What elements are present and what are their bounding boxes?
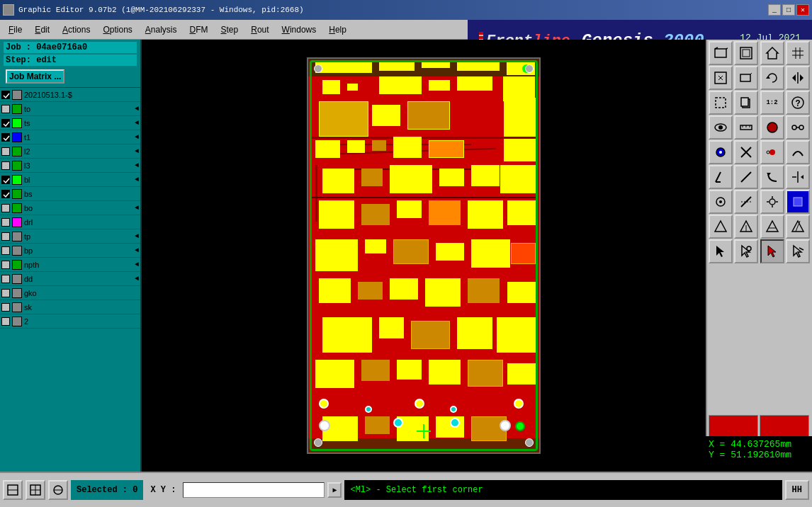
layer-row[interactable]: l3◄: [0, 159, 140, 173]
tool-mirror[interactable]: [786, 66, 810, 90]
tool-nodes[interactable]: [786, 115, 810, 139]
status-btn-2[interactable]: [26, 480, 45, 500]
layer-row[interactable]: bl◄: [0, 173, 140, 187]
menu-dfm[interactable]: DFM: [184, 23, 214, 36]
minimize-button[interactable]: _: [768, 4, 781, 16]
layer-row[interactable]: bs: [0, 187, 140, 201]
layer-row[interactable]: drl: [0, 215, 140, 229]
maximize-button[interactable]: □: [782, 4, 795, 16]
menu-options[interactable]: Options: [97, 23, 137, 36]
layer-row[interactable]: bo◄: [0, 201, 140, 215]
svg-text:?: ?: [795, 99, 800, 109]
tool-measure[interactable]: [734, 115, 758, 139]
menu-rout[interactable]: Rout: [245, 23, 274, 36]
layer-checkbox[interactable]: [1, 289, 10, 297]
close-button[interactable]: ✕: [796, 4, 809, 16]
tool-copy[interactable]: [734, 91, 758, 115]
tool-chain-select[interactable]: [786, 239, 810, 263]
layer-checkbox[interactable]: [1, 147, 10, 156]
layer-row[interactable]: bp◄: [0, 244, 140, 258]
tool-line[interactable]: [734, 190, 758, 214]
layer-checkbox[interactable]: [1, 261, 10, 269]
tool-settings[interactable]: [760, 190, 784, 214]
layer-row[interactable]: npth◄: [0, 258, 140, 272]
tool-grid[interactable]: [786, 41, 810, 65]
menu-step[interactable]: Step: [215, 23, 244, 36]
layer-checkbox[interactable]: [1, 218, 10, 227]
layer-row[interactable]: l2◄: [0, 144, 140, 159]
layer-checkbox[interactable]: [1, 119, 10, 127]
canvas-area[interactable]: [142, 40, 706, 472]
layer-checkbox[interactable]: [1, 105, 10, 113]
tool-home[interactable]: [760, 41, 784, 65]
svg-point-32: [799, 125, 803, 130]
status-btn-3[interactable]: [48, 480, 68, 500]
layer-row[interactable]: to◄: [0, 102, 140, 116]
tool-cursor[interactable]: [709, 239, 733, 263]
tool-help[interactable]: ?: [786, 91, 810, 115]
layer-checkbox[interactable]: [1, 91, 10, 99]
layer-checkbox[interactable]: [1, 317, 10, 326]
layer-row[interactable]: t1◄: [0, 130, 140, 144]
tool-dot[interactable]: [760, 140, 784, 164]
tool-eye[interactable]: [709, 115, 733, 139]
layer-row[interactable]: ts◄: [0, 116, 140, 130]
layer-row[interactable]: 20210513.1-$: [0, 88, 140, 102]
layer-checkbox[interactable]: [1, 232, 10, 241]
xy-confirm-button[interactable]: ▶: [327, 482, 342, 498]
layer-checkbox[interactable]: [1, 176, 10, 184]
app-icon: [3, 4, 14, 16]
layer-row[interactable]: gko: [0, 286, 140, 300]
tool-arc[interactable]: [786, 140, 810, 164]
tool-circle2[interactable]: [709, 190, 733, 214]
tool-undo[interactable]: [760, 165, 784, 189]
menu-windows[interactable]: Windows: [276, 23, 322, 36]
tool-select-click[interactable]: [734, 239, 758, 263]
tool-angle1[interactable]: [709, 165, 733, 189]
layer-checkbox[interactable]: [1, 161, 10, 170]
layer-checkbox[interactable]: [1, 190, 10, 198]
tool-tri4[interactable]: [786, 215, 810, 239]
layer-arrow-icon: ◄: [135, 232, 139, 240]
tool-select-box[interactable]: [709, 91, 733, 115]
tool-rotate-ccw[interactable]: [760, 66, 784, 90]
layer-row[interactable]: dd◄: [0, 272, 140, 286]
tool-tri2[interactable]: [734, 215, 758, 239]
layer-checkbox[interactable]: [1, 303, 10, 312]
tool-connect[interactable]: [709, 140, 733, 164]
tool-view-3d[interactable]: [709, 41, 733, 65]
hh-button[interactable]: HH: [785, 480, 809, 500]
layer-row[interactable]: sk: [0, 300, 140, 314]
tool-tri1[interactable]: [709, 215, 733, 239]
tool-circle[interactable]: [760, 115, 784, 139]
tool-select-active[interactable]: [760, 239, 784, 263]
layer-checkbox[interactable]: [1, 204, 10, 212]
xy-input[interactable]: [183, 482, 325, 498]
layer-checkbox[interactable]: [1, 246, 10, 255]
titlebar-buttons[interactable]: _ □ ✕: [768, 4, 809, 16]
status-btn-1[interactable]: [3, 480, 23, 500]
menu-file[interactable]: File: [3, 23, 28, 36]
tool-ratio[interactable]: 1:2: [760, 91, 784, 115]
tool-angle2[interactable]: [734, 165, 758, 189]
layer-color-swatch: [12, 132, 22, 142]
tool-tri3[interactable]: [760, 215, 784, 239]
tool-blue-box[interactable]: [786, 190, 810, 214]
menu-analysis[interactable]: Analysis: [140, 23, 183, 36]
pcb-board[interactable]: [307, 57, 541, 454]
tool-zoom-area[interactable]: [734, 66, 758, 90]
layer-checkbox[interactable]: [1, 133, 10, 142]
layer-checkbox[interactable]: [1, 275, 10, 283]
menu-help[interactable]: Help: [323, 23, 352, 36]
layer-row[interactable]: 2: [0, 314, 140, 329]
layer-name-label: ts: [24, 119, 132, 127]
menu-actions[interactable]: Actions: [57, 23, 96, 36]
tool-flip[interactable]: [786, 165, 810, 189]
svg-marker-67: [794, 246, 801, 257]
job-matrix-button[interactable]: Job Matrix ...: [6, 69, 64, 84]
tool-zoom-fit[interactable]: [709, 66, 733, 90]
tool-cross[interactable]: [734, 140, 758, 164]
menu-edit[interactable]: Edit: [29, 23, 55, 36]
layer-row[interactable]: tp◄: [0, 229, 140, 244]
tool-view-top[interactable]: [734, 41, 758, 65]
